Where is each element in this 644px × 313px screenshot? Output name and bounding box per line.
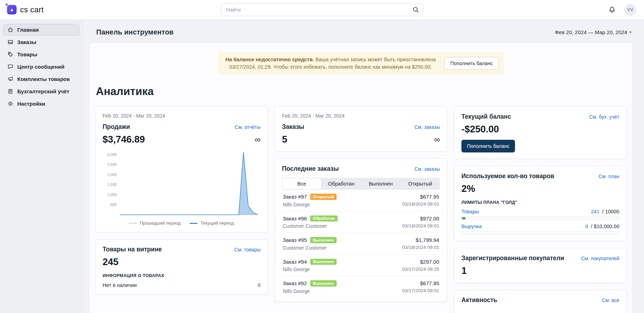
search-input[interactable] (221, 4, 423, 16)
order-row[interactable]: Заказ #95 Выполнен Customer Customer $1,… (282, 233, 440, 255)
products-progress-bar (461, 217, 619, 220)
user-avatar[interactable]: VV (624, 4, 636, 16)
sales-chart: 5001,0001,5002,0002,5003,000 (103, 147, 260, 219)
order-id: Заказ #95 (283, 237, 307, 243)
infinity-icon: ∞ (434, 136, 440, 144)
order-row[interactable]: Заказ #92 Выполнен Nills George $677.95 … (282, 276, 440, 295)
insufficient-funds-banner: На балансе недостаточно средств. Ваша уч… (218, 52, 504, 75)
megaphone-icon (7, 76, 13, 82)
out-of-stock-count[interactable]: 8 (258, 282, 260, 288)
order-customer: Nills George (283, 202, 337, 207)
see-orders-link[interactable]: См. заказы (415, 124, 440, 130)
logo-text: cs cart (20, 5, 44, 14)
column-left: Feb 20, 2024 - Mar 20, 2024 Продажи См. … (95, 106, 268, 295)
chart-legend: Прошедший период Текущий период (103, 221, 260, 226)
order-date: 03/18/2024 09:01 (402, 201, 439, 207)
see-plan-link[interactable]: См. план (599, 174, 619, 179)
sales-total-value: $3,746.89 (103, 134, 145, 145)
storefront-products-count: 245 (103, 257, 118, 268)
tab-complete[interactable]: Выполнен (361, 178, 400, 190)
order-id: Заказ #94 (283, 259, 307, 265)
order-row[interactable]: Заказ #96 Обработан Customer Customer $9… (282, 212, 440, 233)
tab-open[interactable]: Открытый (400, 178, 440, 190)
revenue-limit-label[interactable]: Выручка (461, 224, 482, 229)
sidebar-item-label: Комплекты товаров (17, 76, 70, 82)
tab-all[interactable]: Все (282, 178, 321, 190)
column-middle: Feb 20, 2024 - Mar 20, 2024 Заказы См. з… (275, 106, 447, 302)
order-customer: Customer Customer (283, 223, 338, 229)
see-products-link[interactable]: См. товары (234, 247, 260, 252)
legend-current-period: Текущий период (190, 221, 234, 226)
sidebar-item-message-center[interactable]: Центр сообщений (3, 61, 79, 73)
products-limit-label[interactable]: Товары (461, 209, 479, 214)
legend-past-period: Прошедший период (129, 221, 180, 226)
plan-usage-percent: 2% (461, 183, 475, 194)
order-status-tabs: Все Обработан Выполнен Открытый (282, 178, 440, 190)
topbar-right: VV (608, 4, 636, 16)
sidebar-item-settings[interactable]: Настройки (3, 98, 79, 109)
see-all-link[interactable]: См. все (602, 298, 619, 303)
date-range-label: Фев 20, 2024 — Мар 20, 2024 (555, 29, 627, 35)
products-used: 241 (591, 209, 599, 214)
plan-limits-heading: ЛИМИТЫ ПЛАНА "ГОЛД" (461, 200, 619, 205)
chevron-down-icon: ▾ (629, 30, 631, 35)
analytics-section-title: Аналитика (96, 85, 627, 98)
revenue-progress-bar (461, 232, 619, 234)
order-status-badge: Открытый (310, 194, 337, 200)
tab-processed[interactable]: Обработан (321, 178, 361, 190)
cs-cart-logo[interactable]: cs cart (7, 5, 44, 14)
orders-summary-card: Feb 20, 2024 - Mar 20, 2024 Заказы См. з… (275, 106, 447, 152)
cards-grid: Feb 20, 2024 - Mar 20, 2024 Продажи См. … (95, 106, 627, 313)
see-customers-link[interactable]: См. покупателей (581, 256, 619, 261)
global-search (221, 4, 423, 16)
logo-dot (6, 4, 8, 6)
top-up-balance-button[interactable]: Пополнить баланс (461, 140, 515, 152)
gear-icon (7, 101, 13, 107)
sales-card: Feb 20, 2024 - Mar 20, 2024 Продажи См. … (95, 106, 268, 232)
products-total: / 10000 (602, 209, 619, 214)
orders-summary-title: Заказы (282, 123, 304, 131)
products-progress-fill (462, 217, 466, 219)
svg-text:2,500: 2,500 (107, 162, 117, 167)
current-balance-card: Текущий баланс См. бух. учёт -$250.00 По… (454, 106, 627, 159)
order-status-badge: Обработан (310, 215, 338, 222)
sidebar-item-products[interactable]: Товары (3, 49, 79, 60)
chat-bubble-icon (7, 64, 13, 70)
top-up-balance-button[interactable]: Пополнить баланс (444, 57, 499, 70)
order-status-badge: Выполнен (310, 259, 337, 265)
tag-icon (7, 51, 13, 57)
search-icon[interactable] (412, 6, 419, 14)
main-area: Панель инструментов Фев 20, 2024 — Мар 2… (83, 20, 644, 313)
registered-customers-card: Зарегистрированные покупатели См. покупа… (454, 248, 627, 283)
notifications-bell-icon[interactable] (608, 6, 616, 13)
date-range-selector[interactable]: Фев 20, 2024 — Мар 20, 2024 ▾ (555, 29, 631, 35)
balance-value: -$250.00 (461, 124, 499, 135)
order-row[interactable]: Заказ #97 Открытый Nills George $677.95 … (282, 190, 440, 212)
revenue-limit-row: Выручка 0 / $10,000.00 (461, 224, 619, 229)
svg-text:1,000: 1,000 (107, 193, 117, 197)
order-customer: Nills George (283, 267, 337, 272)
order-customer: Nills George (283, 288, 337, 294)
see-orders-link[interactable]: См. заказы (415, 166, 440, 172)
see-accounting-link[interactable]: См. бух. учёт (589, 114, 620, 120)
dashboard-panel: На балансе недостаточно средств. Ваша уч… (89, 43, 633, 313)
revenue-used: 0 (585, 224, 588, 229)
plan-usage-card: Используемое кол-во товаров См. план 2% … (454, 166, 627, 241)
sidebar-item-orders[interactable]: Заказы (3, 36, 79, 48)
banner-message-bold: На балансе недостаточно средств. (226, 57, 314, 62)
storefront-products-title: Товары на витрине (103, 246, 162, 253)
sidebar-item-dashboard[interactable]: Главная (3, 24, 79, 36)
sidebar: Главная Заказы Товары Центр сообщений Ко… (0, 20, 83, 313)
legend-past-label: Прошедший период (140, 221, 180, 226)
infinity-icon: ∞ (255, 136, 260, 144)
sidebar-item-label: Центр сообщений (17, 64, 65, 70)
see-reports-link[interactable]: См. отчёты (235, 124, 260, 130)
order-row[interactable]: Заказ #94 Выполнен Nills George $297.00 … (282, 255, 440, 277)
sidebar-item-accounting[interactable]: Бухгалтерский учёт (3, 86, 79, 97)
svg-text:3,000: 3,000 (107, 152, 117, 157)
orders-count-value: 5 (282, 134, 287, 145)
sales-period: Feb 20, 2024 - Mar 20, 2024 (103, 113, 260, 119)
recent-orders-title: Последние заказы (282, 165, 339, 173)
sidebar-item-product-bundles[interactable]: Комплекты товаров (3, 73, 79, 85)
product-info-heading: ИНФОРМАЦИЯ О ТОВАРАХ (103, 273, 260, 278)
